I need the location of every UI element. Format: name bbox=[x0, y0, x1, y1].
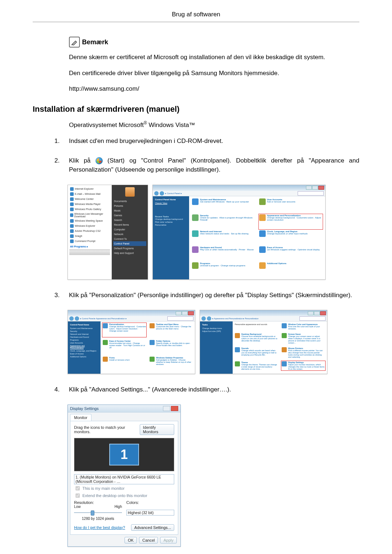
search-input[interactable] bbox=[167, 316, 193, 321]
sm-right-item[interactable]: Computer bbox=[113, 227, 146, 232]
appearance-sub[interactable]: Accommodate low vision · Change screen r… bbox=[109, 342, 146, 349]
sm-right-item[interactable]: Network bbox=[113, 232, 146, 237]
additional-icon bbox=[259, 262, 266, 269]
screenshot-personalization: ▸ Appearance and Personalization ▸ Perso… bbox=[200, 310, 327, 374]
maximize-icon[interactable] bbox=[312, 186, 318, 190]
sm-item[interactable]: Windows Photo Gallery bbox=[75, 208, 101, 210]
appearance-sub[interactable]: Change desktop background · Customize co… bbox=[109, 325, 146, 332]
forward-icon[interactable] bbox=[207, 316, 211, 321]
minimize-icon[interactable] bbox=[176, 311, 181, 315]
cp-cat-sub[interactable]: Change desktop background · Customize co… bbox=[267, 217, 323, 221]
cp-recent-item[interactable]: Change desktop background bbox=[155, 218, 187, 221]
side-link[interactable]: Hardware and Sound bbox=[70, 336, 98, 338]
sounds-icon bbox=[235, 347, 240, 352]
forward-icon[interactable] bbox=[75, 316, 79, 321]
sm-item[interactable]: Internet Explorer bbox=[75, 188, 94, 190]
task-link[interactable]: Adjust font size (DPI) bbox=[202, 330, 230, 333]
search-input[interactable] bbox=[299, 316, 326, 321]
sm-right-item[interactable]: Pictures bbox=[113, 204, 146, 208]
monitor-1-icon[interactable]: 1 bbox=[109, 444, 139, 465]
colors-select[interactable]: Highest (32 bit) bbox=[126, 510, 174, 516]
monitor-layout-area[interactable]: 1 bbox=[74, 438, 174, 471]
sm-item[interactable]: SnagIt bbox=[75, 235, 82, 237]
ok-button[interactable]: OK bbox=[124, 537, 137, 543]
sm-right-item[interactable]: Connect To bbox=[113, 237, 146, 241]
cp-recent-item[interactable]: Pick color scheme bbox=[155, 221, 187, 223]
sm-right-item[interactable]: Documents bbox=[113, 199, 146, 204]
figure-row-1: Internet Explorer E-mail – Windows Mail … bbox=[68, 185, 359, 280]
sm-right-item[interactable]: Search bbox=[113, 218, 146, 222]
cp-cat-sub[interactable]: Check for updates · Allow a program thro… bbox=[200, 217, 256, 221]
advanced-settings-button[interactable]: Advanced Settings... bbox=[131, 524, 174, 531]
side-link-appearance[interactable]: Appearance and Personalization bbox=[70, 344, 98, 349]
cp-classic-view[interactable]: Classic View bbox=[155, 202, 187, 205]
close-icon[interactable] bbox=[171, 406, 178, 411]
resolution-slider[interactable] bbox=[74, 510, 122, 516]
maximize-icon[interactable] bbox=[314, 311, 320, 315]
sm-item[interactable]: Adobe Photoshop CS2 bbox=[75, 230, 101, 232]
cp-cat-sub[interactable]: View network status and tasks · Set up f… bbox=[200, 233, 249, 235]
minimize-icon[interactable] bbox=[306, 186, 312, 190]
breadcrumb[interactable]: ▸ Control Panel ▸ Appearance and Persona… bbox=[80, 317, 127, 320]
side-link[interactable]: Network and Internet bbox=[70, 333, 98, 336]
how-best-display-link[interactable]: How do I get the best display? bbox=[74, 525, 125, 530]
cp-cat-link[interactable]: Additional Options bbox=[267, 262, 287, 264]
forward-icon[interactable] bbox=[160, 191, 164, 196]
all-programs[interactable]: All Programs bbox=[70, 245, 86, 248]
cmd-icon bbox=[70, 239, 74, 243]
sm-right-item[interactable]: Games bbox=[113, 213, 146, 218]
close-icon[interactable] bbox=[188, 311, 194, 315]
tab-monitor[interactable]: Monitor bbox=[70, 414, 91, 421]
device-select[interactable]: 1. (Multiple Monitors) on NVIDIA GeForce… bbox=[74, 474, 174, 484]
side-link[interactable]: Programs bbox=[70, 338, 98, 341]
breadcrumb[interactable]: ▸ Control Panel ▸ bbox=[165, 192, 182, 194]
minimize-icon[interactable] bbox=[163, 406, 170, 411]
appearance-sub[interactable]: Add gadgets to Sidebar · Choose whether … bbox=[156, 359, 193, 365]
side-link[interactable]: User Accounts bbox=[70, 341, 98, 344]
sm-right-item[interactable]: Music bbox=[113, 208, 146, 213]
sm-item[interactable]: Windows Live Messenger Download bbox=[74, 213, 109, 218]
side-link[interactable]: Additional Options bbox=[70, 355, 98, 358]
cp-cat-sub[interactable]: Add or remove user accounts bbox=[267, 201, 295, 203]
cp-cat-sub[interactable]: Change keyboards or other input methods bbox=[267, 233, 308, 235]
sm-item[interactable]: Welcome Center bbox=[75, 198, 94, 200]
os-line: Operativsystemet Microsoft® Windows Vist… bbox=[69, 120, 359, 129]
sm-item[interactable]: Command Prompt bbox=[75, 240, 95, 242]
sm-item[interactable]: E-mail – Windows Mail bbox=[75, 193, 101, 195]
search-input[interactable] bbox=[298, 191, 324, 196]
side-link[interactable]: Clock, Language, and Region bbox=[70, 349, 98, 352]
back-icon[interactable] bbox=[69, 316, 74, 321]
task-link[interactable]: Change desktop icons bbox=[202, 327, 230, 330]
cp-cat-sub[interactable]: Let Windows suggest settings · Optimize … bbox=[267, 249, 320, 251]
start-search[interactable] bbox=[69, 250, 110, 255]
sm-right-item[interactable]: Recent Items bbox=[113, 222, 146, 227]
side-link[interactable]: Ease of Access bbox=[70, 352, 98, 355]
close-icon[interactable] bbox=[318, 186, 324, 190]
res-high: High bbox=[114, 505, 122, 509]
back-icon[interactable] bbox=[154, 191, 159, 196]
sm-right-control-panel[interactable]: Control Panel bbox=[113, 241, 146, 246]
cp-cat-sub[interactable]: Play CDs or other media automatically · … bbox=[200, 249, 254, 251]
breadcrumb[interactable]: ▸ Appearance and Personalization ▸ Perso… bbox=[212, 317, 258, 320]
side-link[interactable]: Security bbox=[70, 330, 98, 333]
back-icon[interactable] bbox=[201, 316, 206, 321]
maximize-icon[interactable] bbox=[182, 311, 188, 315]
appearance-sub[interactable]: Specify single- or double-click to open … bbox=[156, 342, 193, 346]
sm-item[interactable]: Windows Meeting Space bbox=[75, 219, 103, 222]
cp-cat-sub[interactable]: Uninstall a program · Change startup pro… bbox=[200, 264, 245, 267]
close-icon[interactable] bbox=[320, 311, 326, 315]
sm-item[interactable]: Windows Explorer bbox=[75, 225, 95, 227]
minimize-icon[interactable] bbox=[308, 311, 314, 315]
cp-cat-sub[interactable]: Get started with Windows · Back up your … bbox=[200, 201, 249, 203]
cp-recent-item[interactable]: Personalize bbox=[155, 223, 187, 226]
sm-right-item[interactable]: Help and Support bbox=[113, 251, 146, 255]
appearance-sub[interactable]: Customize the Start menu · Change the pi… bbox=[156, 325, 193, 330]
appearance-sub[interactable]: Install or remove a font bbox=[109, 359, 130, 361]
note-url[interactable]: http://www.samsung.com/ bbox=[69, 84, 356, 94]
identify-monitors-button[interactable]: Identify Monitors bbox=[140, 424, 174, 435]
appearance-icon bbox=[259, 214, 266, 221]
side-link[interactable]: System and Maintenance bbox=[70, 327, 98, 330]
sm-right-item[interactable]: Default Programs bbox=[113, 246, 146, 251]
cancel-button[interactable]: Cancel bbox=[139, 537, 158, 543]
sm-item[interactable]: Windows Media Player bbox=[75, 203, 101, 205]
